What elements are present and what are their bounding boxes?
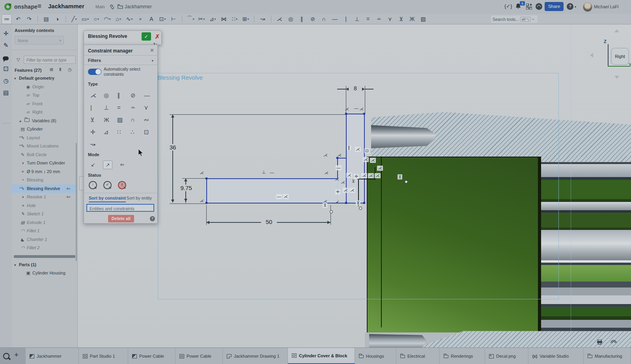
app-store-icon[interactable] — [526, 4, 532, 9]
sketch-region-fill[interactable] — [207, 179, 337, 203]
symmetric-icon[interactable]: Ж — [102, 114, 116, 126]
concentric-icon[interactable]: ◎ — [102, 89, 116, 101]
sketch-line[interactable] — [346, 114, 365, 114]
pattern-icon[interactable]: ∷ — [116, 126, 129, 138]
feature-item[interactable]: ▤Cylinder — [12, 125, 77, 134]
hamburger-menu-icon[interactable]: ≡ — [37, 2, 41, 10]
use-project-icon[interactable]: ⊡▾ — [158, 15, 167, 24]
link-icon[interactable] — [109, 4, 115, 9]
tab-power-cable[interactable]: Power Cable — [175, 348, 223, 364]
horizontal-icon[interactable]: — — [270, 170, 274, 175]
tab-housings[interactable]: Housings — [355, 348, 396, 364]
revolve-icon[interactable]: ◑ — [52, 15, 62, 24]
versions-icon[interactable]: ✎ — [0, 40, 12, 50]
coincident-icon[interactable]: ⋌ — [275, 15, 284, 24]
coincident-icon[interactable]: ⋌ — [200, 198, 204, 203]
filters-label[interactable]: Filters — [88, 58, 101, 63]
sketch-endpoint[interactable] — [405, 180, 408, 183]
featurescript-icon[interactable]: {✓} — [504, 3, 512, 9]
feature-item[interactable]: ◑Turn Down Cylinder — [12, 159, 77, 168]
auto-select-toggle[interactable] — [88, 69, 101, 75]
chevron-down-icon[interactable]: ▾ — [14, 75, 19, 83]
fix-icon[interactable]: ▨ — [418, 15, 428, 24]
entities-constraints-input[interactable]: Entities and constraints — [86, 204, 154, 212]
tab-renderings[interactable]: Renderings — [440, 348, 485, 364]
horizontal-icon[interactable]: — — [142, 89, 156, 101]
coincident-icon[interactable]: ⋌ — [343, 188, 349, 193]
fix-icon[interactable]: ▨ — [116, 114, 129, 126]
feature-item[interactable]: ✎Sketch 1 — [12, 210, 77, 218]
sketch-line[interactable] — [206, 203, 365, 203]
conic-icon[interactable]: ∾ — [142, 114, 156, 126]
feature-item[interactable]: ◔Blessing — [12, 176, 77, 185]
pierce-icon[interactable]: ⊻ — [323, 203, 327, 208]
rollback-bar[interactable] — [14, 255, 75, 258]
sketch-endpoint[interactable] — [330, 210, 333, 213]
scrollbar[interactable] — [76, 143, 77, 261]
mode-import-icon[interactable]: ↙ — [89, 161, 97, 168]
coincident-icon[interactable]: ⋌ — [375, 173, 381, 178]
pierce-icon[interactable]: ⊻ — [356, 200, 360, 205]
spline-handle-icon[interactable]: ↝ — [89, 138, 102, 150]
pierce-icon[interactable]: ⊻ — [89, 114, 102, 126]
filter-input[interactable] — [24, 56, 76, 64]
insight-icon[interactable]: ⚀ — [0, 64, 12, 74]
coincident-icon[interactable]: ⋌ — [363, 157, 369, 162]
manage-tabs-icon[interactable] — [3, 353, 9, 359]
spline-tool-icon[interactable]: ∿▾ — [125, 15, 134, 24]
box-icon[interactable]: ⊡ — [142, 126, 156, 138]
status-error-icon[interactable]: ! — [118, 181, 126, 189]
coincident-icon[interactable]: ⋌ — [335, 177, 339, 182]
status-search-icon[interactable]: ↑ — [89, 181, 97, 189]
offset-tool-icon[interactable]: ⊿▾ — [208, 15, 217, 24]
feature-item[interactable]: ◑Revolve 1⇦ — [12, 193, 77, 202]
mirror-tool-icon[interactable]: ⋈ — [219, 15, 228, 24]
printer-icon[interactable] — [597, 340, 603, 345]
dimension-9.75[interactable]: 9.75 — [177, 185, 195, 191]
user-avatar[interactable] — [583, 2, 592, 12]
tab-cylinder-cover-block[interactable]: Cylinder Cover & Block — [288, 348, 355, 364]
feature-item[interactable]: ◠Fillet 1 — [12, 227, 77, 235]
text-tool-icon[interactable]: A — [147, 15, 156, 24]
revolve-axis-line[interactable] — [381, 157, 382, 327]
chevron-down-icon[interactable]: ▾ — [14, 261, 19, 270]
coincident-icon[interactable]: ⋌ — [368, 173, 374, 178]
tab-decal-png[interactable]: Decal.png — [485, 348, 528, 364]
feature-item[interactable]: ▱Right — [12, 108, 77, 117]
curvature-icon[interactable]: ∩ — [129, 114, 142, 126]
viewcube-rotate-down-icon[interactable] — [614, 76, 619, 79]
parallel-icon[interactable]: ∥ — [347, 145, 351, 150]
tangent-icon[interactable]: ⊘ — [129, 89, 142, 101]
offset-icon[interactable]: ✛ — [335, 189, 340, 194]
breadcrumb[interactable]: Jackhammer — [125, 4, 152, 9]
new-tab-button[interactable]: + — [14, 351, 19, 359]
coincident-icon[interactable]: ⋌ — [324, 170, 329, 175]
pierce-icon[interactable]: ⊻ — [352, 179, 355, 184]
cancel-button[interactable]: ✗ — [154, 32, 161, 41]
trim-tool-icon[interactable]: ✂▾ — [197, 15, 206, 24]
confirm-button[interactable]: ✓ — [142, 32, 151, 41]
sketch-line[interactable] — [206, 178, 207, 203]
chevron-down-icon[interactable]: ▾ — [151, 59, 153, 63]
sketch-line[interactable] — [337, 158, 346, 159]
tab-part-studio-1[interactable]: Part Studio 1 — [79, 348, 128, 364]
tab-electrical[interactable]: Electrical — [396, 348, 440, 364]
feature-item[interactable]: ▣Cylinder Housing — [12, 269, 77, 278]
viewcube-rotate-left-icon[interactable] — [590, 53, 593, 58]
help-icon[interactable]: ? — [150, 216, 155, 221]
equal-icon[interactable]: = — [116, 101, 129, 114]
tree-section[interactable]: ▾Default geometry — [12, 74, 77, 83]
tab-power-cable[interactable]: Power Cable — [128, 348, 175, 364]
mode-arrow-icon[interactable]: ⇐ — [118, 161, 127, 168]
perpendicular-icon[interactable]: ⊥ — [262, 170, 266, 175]
search-tools-input[interactable]: Search tools... alt/⌥ — [491, 15, 538, 23]
coincident-icon[interactable]: ⋌ — [200, 170, 204, 175]
arc-tool-icon[interactable]: ◠▾ — [103, 15, 112, 24]
status-globe-icon[interactable]: ◠ — [536, 3, 542, 10]
symmetric-icon[interactable]: Ж — [407, 15, 417, 24]
undo-icon[interactable]: ↶ — [13, 15, 23, 24]
coincident-icon[interactable]: ⋌ — [89, 89, 102, 101]
feature-item[interactable]: ✎Blessing Revolve⇦ — [12, 185, 77, 193]
coincident-icon[interactable]: ⋌ — [335, 200, 339, 205]
parallel-icon[interactable]: ∥ — [297, 15, 306, 24]
